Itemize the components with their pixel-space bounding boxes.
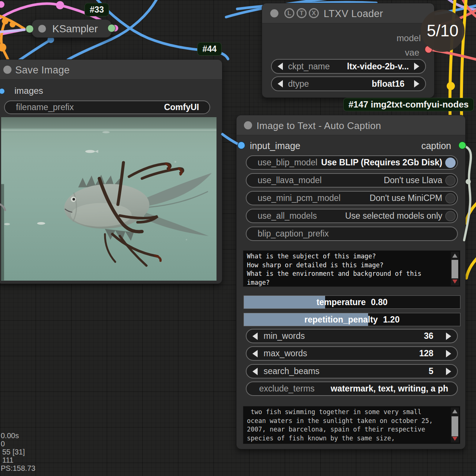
ltxv-title-bar[interactable]: L T X LTXV Loader bbox=[262, 3, 434, 23]
images-input-slot[interactable] bbox=[0, 88, 5, 94]
water-surface bbox=[1, 117, 216, 128]
use-minicpm-model-widget[interactable]: use_mini_pcm_model Don't use MiniCPM bbox=[246, 191, 458, 205]
max-words-value[interactable]: 128 bbox=[419, 348, 433, 358]
increment-arrow-icon[interactable] bbox=[446, 350, 451, 357]
search-beams-widget[interactable]: search_beams 5 bbox=[246, 364, 458, 379]
caption-output-textarea[interactable]: two fish swimming together in some very … bbox=[243, 406, 460, 444]
use-all-models-widget[interactable]: use_all_models Use selected models only bbox=[246, 209, 458, 223]
save-image-title: Save Image bbox=[15, 65, 70, 76]
min-words-label: min_words bbox=[264, 331, 305, 341]
use-llava-toggle[interactable] bbox=[445, 175, 456, 186]
decrement-arrow-icon[interactable] bbox=[278, 80, 283, 87]
link-orange-1 bbox=[0, 14, 24, 29]
min-words-value[interactable]: 36 bbox=[424, 331, 433, 341]
max-words-label: max_words bbox=[264, 348, 307, 358]
stat-links: 111 bbox=[2, 456, 13, 465]
link-orange-2 bbox=[1, 21, 5, 47]
collapse-dot-icon[interactable] bbox=[38, 25, 46, 33]
image-preview[interactable] bbox=[1, 117, 216, 281]
node-save-image[interactable]: Save Image images filename_prefix ComfyU… bbox=[0, 59, 222, 284]
decrement-arrow-icon[interactable] bbox=[252, 350, 258, 357]
scroll-thumb[interactable] bbox=[452, 260, 458, 278]
output-scrollbar[interactable] bbox=[451, 407, 459, 443]
exclude-terms-value[interactable]: watermark, text, writing, a ph bbox=[331, 384, 448, 394]
link-dot-orange-3 bbox=[0, 43, 6, 52]
use-blip-model-widget[interactable]: use_blip_model Use BLIP (Requires 2Gb Di… bbox=[246, 155, 458, 170]
scroll-up-icon[interactable] bbox=[452, 254, 457, 258]
scroll-up-icon[interactable] bbox=[452, 409, 457, 413]
link-pink-2 bbox=[0, 29, 24, 36]
use-llava-model-widget[interactable]: use_llava_model Don't use Llava bbox=[246, 173, 458, 188]
ksampler-title: KSampler bbox=[52, 23, 98, 35]
decrement-arrow-icon[interactable] bbox=[252, 368, 258, 375]
repetition-penalty-label: repetition_penalty bbox=[304, 315, 378, 325]
node-ltxv-loader[interactable]: L T X LTXV Loader model vae ckpt_name lt… bbox=[262, 3, 434, 98]
stat-queue: 0 bbox=[1, 440, 5, 448]
blip-caption-prefix-label: blip_caption_prefix bbox=[258, 229, 329, 239]
scroll-down-icon[interactable] bbox=[452, 437, 457, 441]
decrement-arrow-icon[interactable] bbox=[252, 333, 258, 340]
link-caption-reroute-dot bbox=[466, 179, 471, 184]
max-words-widget[interactable]: max_words 128 bbox=[246, 346, 458, 361]
fish-photo-illustration bbox=[1, 117, 216, 281]
ltx-letter-x-icon: X bbox=[309, 8, 319, 18]
collapse-dot-icon[interactable] bbox=[3, 66, 11, 74]
ksampler-input-slot[interactable] bbox=[26, 25, 34, 33]
exclude-terms-widget[interactable]: exclude_terms watermark, text, writing, … bbox=[246, 381, 458, 396]
img2txt-title-bar[interactable]: Image to Text - Auto Caption bbox=[237, 115, 465, 135]
increment-arrow-icon[interactable] bbox=[414, 63, 419, 70]
node-image-to-text[interactable]: Image to Text - Auto Caption input_image… bbox=[236, 115, 466, 449]
ckpt-name-widget[interactable]: ckpt_name ltx-video-2b-v... bbox=[271, 59, 426, 74]
temperature-label: temperature bbox=[317, 297, 366, 307]
use-all-models-toggle[interactable] bbox=[445, 211, 456, 221]
search-beams-label: search_beams bbox=[264, 366, 320, 376]
collapse-dot-icon[interactable] bbox=[244, 121, 252, 129]
prompt-textarea[interactable]: What is the subject of this image? How s… bbox=[243, 250, 460, 287]
use-blip-model-label: use_blip_model bbox=[258, 158, 317, 168]
stat-nodes: 55 [31] bbox=[2, 448, 25, 456]
link-dot-pink-2 bbox=[0, 1, 4, 8]
increment-arrow-icon[interactable] bbox=[446, 368, 451, 375]
use-minicpm-toggle[interactable] bbox=[445, 193, 456, 204]
node-badge-44: #44 bbox=[197, 42, 222, 56]
link-blue-6 bbox=[18, 40, 51, 61]
collapse-dot-icon[interactable] bbox=[270, 9, 278, 17]
search-beams-value[interactable]: 5 bbox=[429, 366, 433, 376]
link-red-2 bbox=[461, 0, 476, 19]
link-dot-orange-1 bbox=[2, 18, 9, 24]
save-image-title-bar[interactable]: Save Image bbox=[0, 60, 222, 80]
use-all-models-value: Use selected models only bbox=[345, 211, 442, 221]
link-vae-red bbox=[429, 49, 476, 60]
link-dot-orange-2 bbox=[10, 22, 16, 27]
node-ksampler[interactable]: KSampler bbox=[32, 19, 112, 38]
min-words-widget[interactable]: min_words 36 bbox=[246, 329, 458, 343]
filename-prefix-value[interactable]: ComfyUI bbox=[164, 102, 199, 112]
stat-fps: PS:158.73 bbox=[1, 464, 35, 473]
prompt-text[interactable]: What is the subject of this image? How s… bbox=[247, 252, 437, 287]
node-graph-canvas[interactable]: KSampler L T X LTXV Loader model vae ckp… bbox=[0, 0, 476, 476]
scroll-down-icon[interactable] bbox=[452, 280, 457, 284]
temperature-slider[interactable]: temperature 0.80 bbox=[244, 295, 460, 309]
blip-caption-prefix-widget[interactable]: blip_caption_prefix bbox=[246, 227, 458, 241]
scroll-thumb[interactable] bbox=[452, 416, 458, 436]
dtype-value[interactable]: bfloat16 bbox=[372, 79, 404, 89]
prompt-scrollbar[interactable] bbox=[451, 252, 459, 285]
ksampler-output-slot[interactable] bbox=[108, 24, 116, 32]
link-dot-pink-1 bbox=[56, 1, 64, 9]
filename-prefix-widget[interactable]: filename_prefix ComfyUI bbox=[4, 100, 210, 114]
link-yellow-4 bbox=[466, 255, 476, 278]
increment-arrow-icon[interactable] bbox=[446, 333, 451, 340]
node-badge-33: #33 bbox=[85, 3, 109, 16]
caption-output-text[interactable]: two fish swimming together in some very … bbox=[247, 408, 437, 443]
exclude-terms-label: exclude_terms bbox=[259, 384, 315, 394]
ckpt-name-value[interactable]: ltx-video-2b-v... bbox=[347, 62, 409, 72]
decrement-arrow-icon[interactable] bbox=[278, 63, 283, 70]
use-blip-toggle[interactable] bbox=[445, 158, 456, 168]
dtype-label: dtype bbox=[288, 79, 309, 89]
dtype-widget[interactable]: dtype bfloat16 bbox=[271, 76, 426, 91]
img2txt-title: Image to Text - Auto Caption bbox=[257, 120, 381, 132]
repetition-penalty-slider[interactable]: repetition_penalty 1.20 bbox=[244, 313, 460, 326]
ltx-letter-l-icon: L bbox=[284, 8, 294, 18]
ltxv-output-model: model bbox=[397, 33, 421, 43]
increment-arrow-icon[interactable] bbox=[414, 80, 419, 87]
